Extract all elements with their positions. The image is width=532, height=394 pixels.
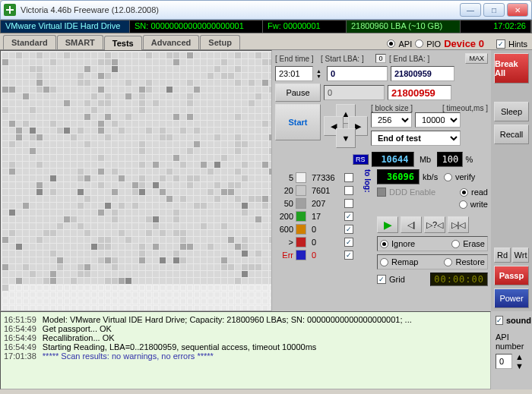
speed-mb: 10644 [372,152,414,167]
break-button[interactable]: Break All [494,53,529,84]
chk20[interactable] [344,186,353,195]
sound-label: sound [506,316,531,325]
read-radio[interactable] [460,188,468,197]
fwd-button[interactable]: ▷|◁ [448,216,469,233]
pct-unit: % [466,155,473,164]
step-button[interactable]: ▷?◁ [424,216,445,233]
play-button[interactable]: ▶ [377,216,398,233]
end-time-label: [ End time ] [275,55,314,63]
close-button[interactable]: ✕ [507,3,528,17]
tab-tests[interactable]: Tests [104,36,142,50]
stat600-icon [296,224,306,235]
control-panel: [ End time ] [ Start LBA: ] 0 [ End LBA:… [272,50,491,311]
chkerr[interactable]: ✓ [344,251,353,260]
staterr-icon [296,250,306,260]
chk5[interactable] [344,173,353,182]
chkslow[interactable]: ✓ [344,238,353,247]
tab-setup[interactable]: Setup [200,35,240,49]
block-select[interactable]: 256 [371,112,412,128]
grid-checkbox[interactable]: ✓ [377,275,386,284]
surface-map [0,50,272,311]
stat200-icon [296,211,306,222]
minimize-button[interactable]: — [460,3,481,17]
ignore-radio[interactable] [380,240,388,248]
window-title: Victoria 4.46b Freeware (12.08.2008) [21,5,458,14]
start-off: 0 [375,54,386,63]
ddd-label: DDD Enable [389,188,435,197]
drive-fw: Fw: 00000001 [263,20,347,33]
hints-label: Hints [508,39,527,49]
tab-standard[interactable]: Standard [3,35,56,49]
wrt-button[interactable]: Wrt [512,247,529,263]
cur-end: 21800959 [388,85,451,100]
drive-lba: 21800960 LBA (~10 GB) [347,20,461,33]
ddd-checkbox[interactable] [377,188,386,197]
tab-smart[interactable]: SMART [57,35,103,49]
speed-mb-unit: Mb [417,155,434,164]
api-number-input[interactable] [496,354,512,369]
speed-kb: 36096 [377,169,420,184]
rd-button[interactable]: Rd [494,247,511,263]
end-lba-input[interactable] [391,66,454,81]
drive-model: VMware Virtual IDE Hard Drive [1,20,130,33]
block-label: [ block size ] [371,104,413,112]
pio-radio[interactable] [415,39,423,48]
restore-radio[interactable] [444,258,452,266]
pct: 100 [437,152,463,167]
api-radio[interactable] [387,39,395,48]
verify-radio[interactable] [444,173,452,181]
rs-button[interactable]: RS [353,154,369,165]
erase-radio[interactable] [451,240,460,248]
tab-bar: Standard SMART Tests Advanced Setup API … [0,33,532,50]
passp-button[interactable]: Passp [494,266,529,285]
start-button[interactable]: Start [275,104,321,140]
end-time-input[interactable] [275,66,313,81]
rew-button[interactable]: ◁| [401,216,422,233]
down-arrow-icon[interactable]: ▼ [336,128,356,148]
chk200[interactable]: ✓ [344,212,353,221]
nav-arrows[interactable]: ▲ ◀ ▶ ▼ [324,104,368,148]
stat20-icon [296,185,306,196]
titlebar[interactable]: Victoria 4.46b Freeware (12.08.2008) — □… [0,0,532,20]
transport-controls: ▶ ◁| ▷?◁ ▷|◁ [377,216,488,233]
timeout-label: [ timeout,ms ] [442,104,488,112]
sound-checkbox[interactable]: ✓ [496,316,503,325]
pio-label: PIO [426,39,441,49]
chk600[interactable]: ✓ [344,225,353,234]
max-button[interactable]: MAX [465,53,488,64]
timeout-select[interactable]: 10000 [415,112,461,128]
sleep-button[interactable]: Sleep [494,102,529,121]
clock: 17:02:26 [461,20,531,33]
grid-label: Grid [389,275,405,284]
end-lba-label: [ End LBA: ] [389,55,429,63]
app-icon [4,4,16,16]
info-bar: VMware Virtual IDE Hard Drive SN: 000000… [0,20,532,33]
device-label: Device 0 [444,38,484,49]
tab-advanced[interactable]: Advanced [143,35,200,49]
chk50[interactable] [344,199,353,208]
pause-button[interactable]: Pause [275,84,321,102]
maximize-button[interactable]: □ [483,3,505,17]
stat5-icon [296,172,306,183]
drive-sn: SN: 00000000000000000001 [130,20,263,33]
api-label: API [398,39,412,49]
timer-display: 00:00:00 [430,273,488,286]
hints-checkbox[interactable]: ✓ [496,39,505,49]
api-number-label: API number [496,333,527,351]
mode-select[interactable]: End of test [371,131,461,146]
cur-start [324,85,385,100]
statslow-icon [296,237,306,247]
side-panel: Break All Sleep Recall Rd Wrt Passp Powe… [491,50,532,311]
latency-stats: 577336 207601 50207 20017✓ 6000✓ >0✓ Err… [275,172,358,260]
start-lba-input[interactable] [327,66,388,81]
log-panel[interactable]: 16:51:59Model: VMware Virtual IDE Hard D… [0,311,491,389]
recall-button[interactable]: Recall [494,125,529,144]
power-button[interactable]: Power [494,288,529,308]
stat50-icon [296,198,306,209]
to-log-label: to log: [363,169,372,193]
remap-radio[interactable] [380,258,388,266]
speed-kb-unit: kb/s [423,172,441,181]
start-lba-label: [ Start LBA: ] [321,55,364,63]
write-radio[interactable] [459,200,467,209]
